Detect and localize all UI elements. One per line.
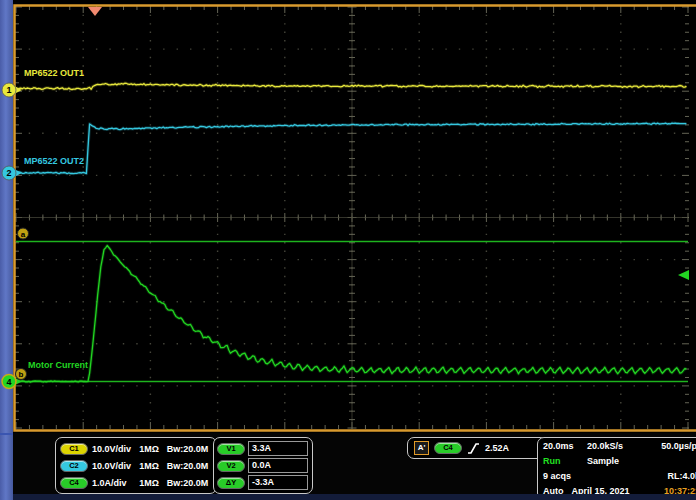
ch1-ref-number: 1 — [6, 85, 11, 95]
cursor-a-label: a — [21, 230, 26, 239]
run-status: Run — [543, 456, 587, 466]
c1-badge[interactable]: C1 — [60, 443, 88, 455]
acq-row-count: 9 acqs RL:4.0k — [543, 471, 696, 481]
c4-scale: 1.0A/div — [92, 478, 135, 488]
v2-value: 0.0A — [248, 458, 308, 473]
dy-value: -3.3A — [248, 475, 308, 490]
resolution-value: 50.0µs/pt — [661, 441, 696, 451]
v1-value: 3.3A — [248, 441, 308, 456]
trace-glow-C2 — [16, 123, 686, 174]
trigger-level-value: 2.52A — [485, 443, 509, 453]
acq-row-timebase: 20.0ms 20.0kS/s 50.0µs/pt — [543, 441, 696, 451]
statusbar: C1 10.0V/div 1MΩ Bw:20.0M C2 10.0V/div 1… — [13, 433, 696, 500]
cursor-dy-row: ΔY -3.3A — [217, 475, 309, 490]
c2-impedance: 1MΩ — [139, 461, 162, 471]
c1-scale: 10.0V/div — [92, 444, 135, 454]
ch2-ref-marker[interactable]: 2 — [2, 166, 22, 180]
trigger-source-badge[interactable]: C4 — [434, 442, 462, 454]
c1-impedance: 1MΩ — [139, 444, 162, 454]
c2-badge[interactable]: C2 — [60, 460, 88, 472]
cursor-v1-row: V1 3.3A — [217, 441, 309, 456]
oscilloscope-screen: MP6522 OUT1 MP6522 OUT2 Motor Current 1 … — [0, 0, 696, 500]
c4-bandwidth: Bw:20.0M — [167, 478, 212, 488]
channel-row-c4[interactable]: C4 1.0A/div 1MΩ Bw:20.0M — [60, 475, 212, 490]
ch4-ref-number: 4 — [6, 377, 11, 387]
v2-badge[interactable]: V2 — [217, 460, 245, 472]
ch1-ref-marker[interactable]: 1 — [2, 83, 22, 97]
trace-label-ch2: MP6522 OUT2 — [24, 156, 84, 166]
v1-badge[interactable]: V1 — [217, 443, 245, 455]
acq-mode: Sample — [587, 456, 619, 466]
trace-label-ch4: Motor Current — [28, 360, 88, 370]
cursor-b-label: b — [19, 370, 24, 379]
dy-badge[interactable]: ΔY — [217, 477, 245, 489]
trace-C4 — [16, 246, 686, 383]
c4-impedance: 1MΩ — [139, 478, 162, 488]
cursor-v2-row: V2 0.0A — [217, 458, 309, 473]
rising-edge-icon — [467, 442, 480, 455]
trigger-position-marker[interactable] — [88, 7, 102, 16]
trace-C2 — [16, 123, 686, 174]
c2-scale: 10.0V/div — [92, 461, 135, 471]
acquisition-box: 20.0ms 20.0kS/s 50.0µs/pt Run Sample 9 a… — [537, 437, 696, 500]
acqs-count: 9 acqs — [543, 471, 571, 481]
channel-row-c1[interactable]: C1 10.0V/div 1MΩ Bw:20.0M — [60, 441, 212, 456]
channel-settings-box: C1 10.0V/div 1MΩ Bw:20.0M C2 10.0V/div 1… — [55, 437, 217, 494]
window-bottom-edge — [13, 494, 696, 500]
c1-bandwidth: Bw:20.0M — [167, 444, 212, 454]
c4-badge[interactable]: C4 — [60, 477, 88, 489]
cursor-readout-box: V1 3.3A V2 0.0A ΔY -3.3A — [213, 437, 313, 494]
cursor-a-marker[interactable]: a — [18, 228, 29, 239]
channel-row-c2[interactable]: C2 10.0V/div 1MΩ Bw:20.0M — [60, 458, 212, 473]
trigger-readout-box[interactable]: A' C4 2.52A — [407, 437, 547, 459]
trigger-a-badge: A' — [414, 441, 429, 455]
graticule-display: MP6522 OUT1 MP6522 OUT2 Motor Current 1 … — [0, 0, 696, 500]
center-crosshair — [16, 7, 688, 428]
trigger-level-arrow[interactable] — [678, 270, 689, 280]
acq-row-state: Run Sample — [543, 456, 696, 466]
timebase-value: 20.0ms — [543, 441, 587, 451]
trace-label-ch1: MP6522 OUT1 — [24, 68, 84, 78]
c2-bandwidth: Bw:20.0M — [167, 461, 212, 471]
trace-glow-C4 — [16, 246, 686, 383]
sample-rate-value: 20.0kS/s — [587, 441, 623, 451]
ch2-ref-number: 2 — [6, 168, 11, 178]
cursor-b-marker[interactable]: b — [16, 369, 27, 380]
record-length: RL:4.0k — [667, 471, 696, 481]
